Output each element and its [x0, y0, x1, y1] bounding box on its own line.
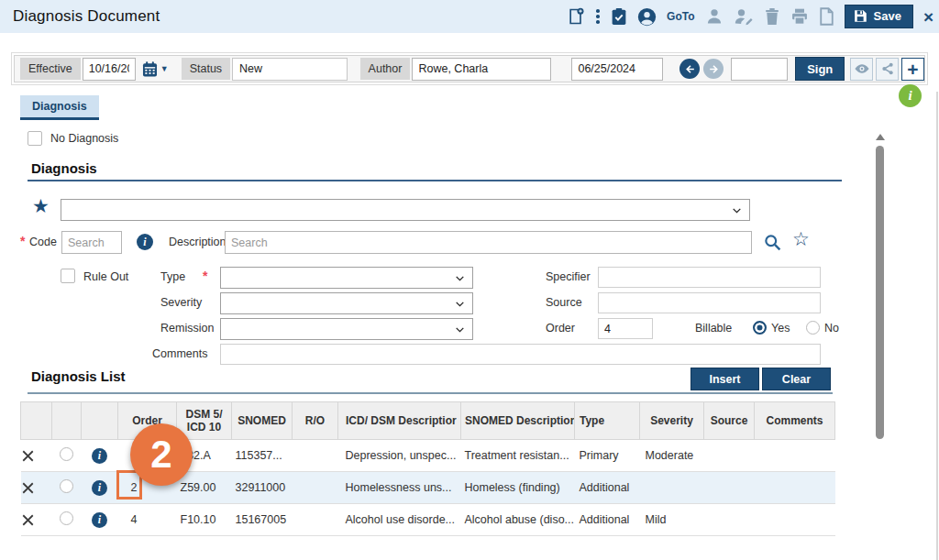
diagnosis-list-title: Diagnosis List: [31, 368, 126, 384]
toolbar-extra-input[interactable]: [731, 58, 788, 81]
type-required-asterisk: *: [203, 269, 207, 283]
vertical-scrollbar[interactable]: [876, 146, 884, 439]
type-label: Type: [160, 270, 185, 283]
floppy-icon: [854, 9, 867, 23]
row-select-cell[interactable]: [52, 504, 82, 536]
previous-document-button[interactable]: [679, 59, 700, 79]
content-right-border: [936, 92, 938, 560]
col-type[interactable]: Type: [575, 402, 640, 440]
row-select-cell[interactable]: [52, 440, 82, 472]
author-input[interactable]: [412, 58, 551, 81]
billable-yes-radio[interactable]: [753, 321, 767, 335]
col-ro[interactable]: R/O: [293, 402, 338, 440]
search-icon[interactable]: [763, 233, 782, 252]
col-snomed[interactable]: SNOMED: [232, 402, 293, 440]
type-select[interactable]: [220, 267, 473, 289]
remission-label: Remission: [160, 322, 214, 335]
close-icon[interactable]: ×: [923, 8, 933, 26]
save-button[interactable]: Save: [845, 5, 913, 28]
cell-source: [704, 440, 755, 472]
share-icon: [880, 61, 895, 76]
sign-button[interactable]: Sign: [795, 57, 845, 81]
cell-snomed-description: Homeless (finding): [461, 472, 575, 504]
clear-button[interactable]: Clear: [762, 368, 831, 390]
row-delete-cell[interactable]: [21, 440, 52, 472]
favorites-select[interactable]: [61, 199, 750, 221]
cell-ro: [293, 440, 338, 472]
row-info-cell[interactable]: i: [82, 472, 118, 504]
cell-comments: [755, 472, 835, 504]
scroll-up-arrow[interactable]: [876, 134, 885, 140]
rule-out-checkbox[interactable]: [61, 269, 75, 283]
cell-ro: [293, 504, 338, 536]
description-search-input[interactable]: [225, 231, 752, 254]
goto-button[interactable]: GoTo: [667, 10, 694, 23]
remission-select[interactable]: [220, 318, 473, 340]
diagnosis-section-divider: [28, 180, 842, 181]
next-document-button[interactable]: [703, 59, 724, 79]
add-favorite-star-icon[interactable]: ☆: [792, 229, 810, 248]
severity-select[interactable]: [220, 292, 473, 314]
menu-icon[interactable]: [529, 10, 547, 23]
row-delete-cell[interactable]: [21, 504, 52, 536]
no-diagnosis-row: No Diagnosis: [28, 131, 118, 146]
col-source[interactable]: Source: [704, 402, 755, 440]
document-date-input[interactable]: [571, 58, 663, 81]
delete-x-icon: [21, 481, 35, 495]
billable-no-radio[interactable]: [806, 321, 820, 335]
no-diagnosis-label: No Diagnosis: [50, 132, 118, 145]
document-icon[interactable]: [819, 7, 834, 26]
delete-icon[interactable]: [764, 7, 780, 26]
title-bar: Diagnosis Document GoTo: [0, 0, 939, 33]
clipboard-check-icon[interactable]: [611, 7, 627, 26]
tab-diagnosis[interactable]: Diagnosis: [20, 95, 99, 120]
user-icon[interactable]: [705, 7, 724, 26]
eye-icon: [854, 60, 870, 77]
code-search-input[interactable]: [61, 231, 122, 254]
preview-button[interactable]: [850, 58, 873, 81]
row-info-cell[interactable]: i: [82, 440, 118, 472]
description-label: Description: [169, 236, 226, 248]
row-delete-cell[interactable]: [21, 472, 52, 504]
user-circle-icon[interactable]: [637, 7, 657, 27]
diagnosis-list-divider: [28, 392, 833, 394]
title-bar-actions: GoTo Save ×: [529, 0, 933, 33]
col-severity[interactable]: Severity: [640, 402, 704, 440]
source-input[interactable]: [598, 292, 821, 313]
arrow-left-icon: [684, 63, 696, 75]
code-info-icon[interactable]: i: [137, 234, 153, 250]
col-snomed-description[interactable]: SNOMED Description: [461, 402, 575, 440]
cell-dsm: Z59.00: [177, 472, 232, 504]
specifier-input[interactable]: [598, 267, 821, 288]
info-bubble-icon[interactable]: i: [899, 84, 922, 107]
row-info-cell[interactable]: i: [82, 504, 118, 536]
user-edit-icon[interactable]: [734, 7, 754, 26]
favorites-star-icon[interactable]: ★: [32, 196, 50, 215]
row-select-cell[interactable]: [52, 472, 82, 504]
col-comments[interactable]: Comments: [755, 402, 835, 440]
print-icon[interactable]: [790, 7, 809, 26]
order-input[interactable]: [598, 318, 653, 339]
cell-severity: Moderate: [640, 440, 704, 472]
cell-snomed: 32911000: [232, 472, 293, 504]
rule-out-label: Rule Out: [83, 270, 128, 283]
diagnosis-section-title: Diagnosis: [31, 160, 97, 176]
add-button[interactable]: +: [901, 58, 924, 81]
cell-icd-description: Alcohol use disorde...: [338, 504, 461, 536]
cell-type: Additional: [575, 472, 640, 504]
no-diagnosis-checkbox[interactable]: [28, 131, 42, 146]
delete-x-icon: [21, 449, 35, 463]
calendar-picker-button[interactable]: ▼: [138, 60, 172, 78]
effective-date-input[interactable]: [83, 58, 136, 81]
new-document-icon[interactable]: [567, 7, 585, 26]
cell-severity: Mild: [640, 504, 704, 536]
share-button[interactable]: [876, 58, 899, 81]
insert-button[interactable]: Insert: [690, 368, 759, 390]
col-icd-description[interactable]: ICD/ DSM Descriptior: [338, 402, 461, 440]
kebab-menu-icon[interactable]: [595, 9, 601, 24]
table-row: i 4 F10.10 15167005 Alcohol use disorde.…: [21, 504, 835, 536]
cell-snomed: 115357...: [232, 440, 293, 472]
cell-comments: [755, 440, 835, 472]
comments-input[interactable]: [220, 344, 821, 365]
cell-snomed-description: Treatment resistan...: [461, 440, 575, 472]
